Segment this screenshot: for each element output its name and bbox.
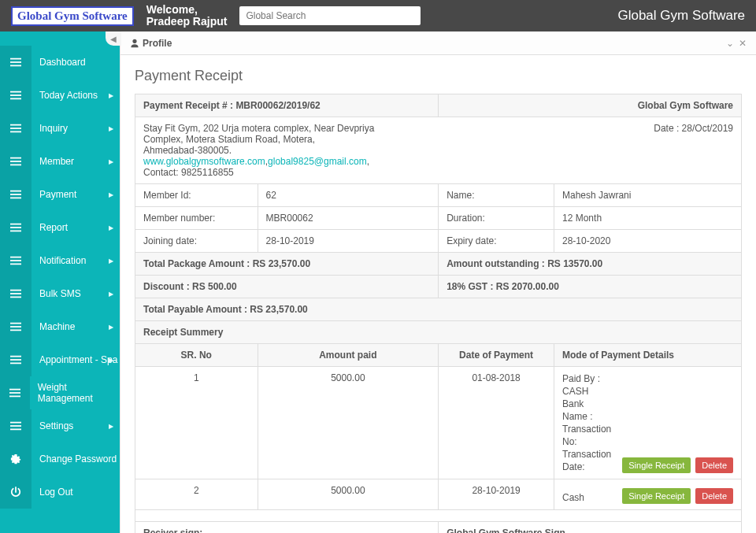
sidebar-item-dashboard[interactable]: Dashboard	[0, 46, 120, 79]
sidebar-item-settings[interactable]: Settings▶	[0, 409, 120, 442]
logo[interactable]: Global Gym Software	[11, 6, 134, 26]
single-receipt-button[interactable]: Single Receipt	[622, 488, 691, 504]
user-icon	[130, 39, 139, 48]
receipt-brand: Global Gym Software	[439, 94, 742, 117]
caret-right-icon: ▶	[109, 92, 113, 99]
svg-rect-8	[10, 131, 21, 133]
row-sr: 1	[135, 367, 258, 479]
svg-rect-32	[9, 396, 20, 398]
sidebar-item-notification[interactable]: Notification▶	[0, 244, 120, 277]
total-package: Total Package Amount : RS 23,570.00	[135, 253, 439, 276]
gst: 18% GST : RS 2070.00.00	[439, 276, 742, 298]
caret-right-icon: ▶	[109, 291, 113, 298]
svg-rect-20	[10, 264, 21, 265]
sidebar-item-payment[interactable]: Payment▶	[0, 178, 120, 211]
sidebar-collapse-button[interactable]: ◀	[106, 31, 121, 46]
sidebar-item-label: Weight Management	[30, 382, 120, 404]
caret-right-icon: ▶	[109, 257, 113, 265]
sidebar-item-log-out[interactable]: Log Out	[0, 476, 120, 509]
addr2: Complex, Motera Stadium Road, Motera,	[143, 134, 431, 145]
sidebar-item-label: Today Actions	[32, 90, 98, 101]
join-label: Joining date:	[135, 230, 258, 253]
sidebar-item-label: Notification	[32, 255, 86, 266]
single-receipt-button[interactable]: Single Receipt	[622, 457, 691, 473]
sidebar-item-label: Log Out	[32, 487, 73, 498]
svg-rect-16	[10, 227, 21, 228]
sidebar-item-machine[interactable]: Machine▶	[0, 310, 120, 343]
gym-website-link[interactable]: www.globalgymsoftware.com	[143, 156, 265, 167]
svg-rect-13	[10, 194, 21, 195]
expiry-label: Expiry date:	[439, 230, 554, 253]
page-title: Payment Receipt	[135, 68, 742, 84]
svg-rect-9	[10, 157, 21, 159]
mode-line: Paid By : CASH	[562, 372, 611, 398]
receipt-row: 15000.0001-08-2018Paid By : CASHBank Nam…	[135, 367, 742, 479]
delete-button[interactable]: Delete	[695, 457, 733, 473]
gym-address: Stay Fit Gym, 202 Urja motera complex, N…	[135, 117, 439, 184]
receipt-row: 25000.0028-10-2019CashSingle ReceiptDele…	[135, 479, 742, 510]
sidebar-item-weight-management[interactable]: Weight Management	[0, 376, 120, 409]
row-amount: 5000.00	[258, 479, 439, 510]
amount-outstanding: Amount outstanding : RS 13570.00	[439, 253, 742, 276]
row-mode: CashSingle ReceiptDelete	[554, 479, 742, 510]
sidebar-item-change-password[interactable]: Change Password	[0, 442, 120, 476]
mode-line: Transaction No:	[562, 423, 611, 448]
svg-rect-10	[10, 161, 21, 162]
duration-value: 12 Month	[554, 207, 742, 230]
svg-rect-29	[10, 363, 21, 365]
member-id-value: 62	[258, 184, 439, 207]
menu-icon	[0, 343, 32, 376]
col-mode: Mode of Payment Details	[554, 344, 742, 367]
svg-rect-34	[10, 425, 21, 427]
menu-icon	[0, 376, 30, 409]
svg-rect-2	[10, 65, 21, 67]
sidebar-item-inquiry[interactable]: Inquiry▶	[0, 112, 120, 145]
svg-rect-22	[10, 293, 21, 294]
sidebar-menu: DashboardToday Actions▶Inquiry▶Member▶Pa…	[0, 46, 120, 509]
sidebar-item-label: Machine	[32, 321, 75, 332]
discount: Discount : RS 500.00	[135, 276, 439, 298]
welcome-line1: Welcome,	[146, 4, 228, 16]
svg-rect-28	[10, 359, 21, 361]
global-search-input[interactable]	[239, 6, 421, 25]
col-amount: Amount paid	[258, 344, 439, 367]
logo-text: Global Gym Software	[17, 9, 128, 22]
svg-rect-17	[10, 231, 21, 232]
name-label: Name:	[439, 184, 554, 207]
brand-right: Global Gym Software	[617, 8, 745, 24]
receiver-sign: Reciver sign:	[135, 522, 439, 534]
svg-rect-26	[10, 330, 21, 331]
sidebar-item-label: Change Password	[32, 453, 117, 465]
sidebar-item-label: Dashboard	[32, 57, 86, 68]
sidebar-item-report[interactable]: Report▶	[0, 211, 120, 244]
svg-rect-14	[10, 198, 21, 199]
menu-icon	[0, 476, 32, 509]
svg-rect-15	[10, 224, 21, 225]
panel-min-icon[interactable]: ⌄	[726, 38, 734, 49]
gym-email-link[interactable]: global9825@gmail.com	[268, 156, 367, 167]
duration-label: Duration:	[439, 207, 554, 230]
sidebar-item-today-actions[interactable]: Today Actions▶	[0, 79, 120, 112]
company-sign: Global Gym Software Sign	[439, 522, 742, 534]
total-payable: Total Payable Amount : RS 23,570.00	[135, 298, 742, 321]
col-date: Date of Payment	[439, 344, 554, 367]
sidebar-item-bulk-sms[interactable]: Bulk SMS▶	[0, 277, 120, 310]
topbar: Global Gym Software Welcome, Pradeep Raj…	[0, 0, 756, 31]
gym-contact: Contact: 9825116855	[143, 167, 431, 178]
sidebar-item-member[interactable]: Member▶	[0, 145, 120, 178]
delete-button[interactable]: Delete	[695, 488, 733, 504]
row-mode: Paid By : CASHBank Name :Transaction No:…	[554, 367, 742, 479]
svg-rect-33	[10, 422, 21, 424]
sidebar-item-label: Member	[32, 156, 74, 167]
caret-right-icon: ▶	[109, 191, 113, 198]
svg-rect-3	[10, 91, 21, 93]
menu-icon	[0, 211, 32, 244]
sidebar-item-appointment-spa[interactable]: Appointment - Spa▶	[0, 343, 120, 376]
svg-rect-21	[10, 290, 21, 291]
caret-right-icon: ▶	[109, 125, 113, 132]
panel-close-icon[interactable]: ✕	[739, 38, 747, 49]
svg-rect-12	[10, 191, 21, 192]
summary-title: Receipt Summery	[135, 321, 742, 344]
menu-icon	[0, 277, 32, 310]
member-no-label: Member number:	[135, 207, 258, 230]
